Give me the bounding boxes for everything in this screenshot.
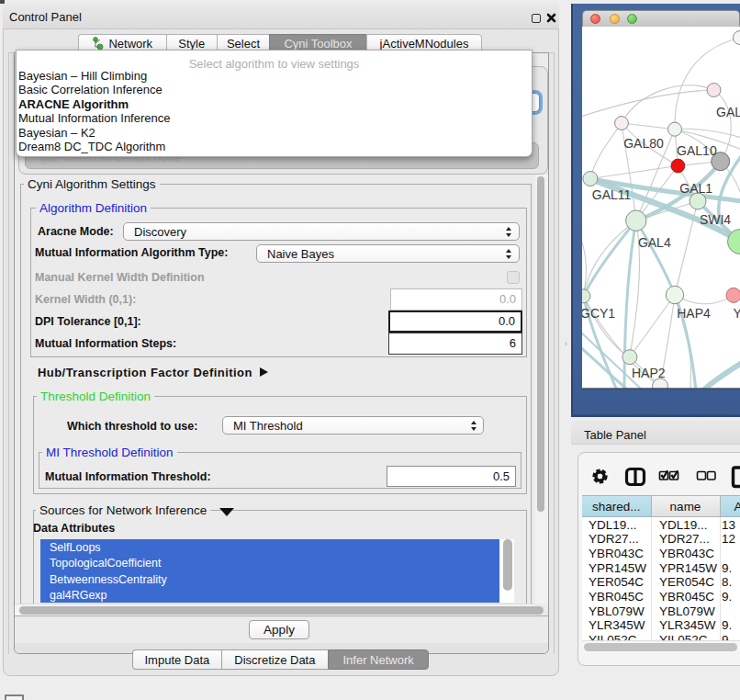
svg-text:GAL: GAL <box>716 105 740 119</box>
svg-text:GAL1: GAL1 <box>679 181 712 196</box>
svg-text:HAP4: HAP4 <box>677 306 711 321</box>
svg-text:GAL80: GAL80 <box>623 136 664 151</box>
svg-text:GAL11: GAL11 <box>592 187 632 202</box>
svg-text:SWI4: SWI4 <box>700 212 731 227</box>
svg-text:Y: Y <box>734 306 740 321</box>
svg-text:HAP2: HAP2 <box>632 366 666 380</box>
svg-text:GAL4: GAL4 <box>638 235 671 250</box>
svg-text:GAL10: GAL10 <box>677 143 717 158</box>
svg-text:GCY1: GCY1 <box>582 306 615 321</box>
